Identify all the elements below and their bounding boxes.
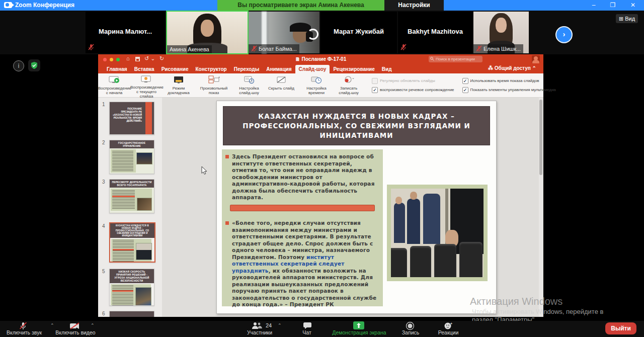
slide-thumbnail-6[interactable] xyxy=(109,311,154,317)
checkbox-icon xyxy=(372,78,378,84)
record-label: Запись xyxy=(393,329,428,335)
slide-thumbnail-1[interactable]: ПОСЛАНИЕ ПРЕЗИДЕНТА РК «КАЗАХСТАН В НОВО… xyxy=(109,102,154,135)
muted-mic-icon xyxy=(476,45,482,52)
participant-name-label: Амина Акенева xyxy=(167,45,212,53)
setup-slideshow-button[interactable]: Настройка слайд-шоу xyxy=(233,73,265,97)
participant-name: Болат Байма... xyxy=(259,46,297,52)
share-access-label: Общий доступ ⌃ xyxy=(495,65,536,71)
svg-text:+: + xyxy=(450,322,452,325)
windows-activation-watermark: Активация Windows xyxy=(470,296,562,307)
participant-name: Амина Акенева xyxy=(170,46,209,52)
ribbon-label: Скрыть слайд xyxy=(268,86,294,91)
participants-caret[interactable]: ⌃ xyxy=(278,323,282,328)
encryption-shield-icon[interactable] xyxy=(28,59,40,71)
participants-count: 24 xyxy=(266,322,272,328)
bullet2-text: «Более того, нередки случаи отсутствия в… xyxy=(232,220,373,260)
rehearse-timings-button[interactable]: Настройка времени xyxy=(300,73,333,97)
slide-number: 1 xyxy=(102,102,105,107)
play-from-current-icon xyxy=(140,75,152,84)
play-from-start-button[interactable]: Воспроизведение с начала xyxy=(98,73,130,97)
checkbox-icon: ✓ xyxy=(462,87,468,93)
logo-ring xyxy=(307,29,318,40)
muted-mic-icon xyxy=(400,44,407,51)
tab-glavnaya[interactable]: Главная xyxy=(103,65,131,73)
tab-vid[interactable]: Вид xyxy=(378,65,395,73)
ribbon-label: Произвольный показ xyxy=(200,86,228,95)
share-access-button[interactable]: ⁂ Общий доступ ⌃ xyxy=(488,65,536,71)
slide-number: 4 xyxy=(102,223,105,229)
tab-slideshow[interactable]: Слайд-шоу xyxy=(295,65,330,73)
slide-divider-bar xyxy=(230,205,375,211)
slide-thumbnail-4-selected[interactable]: КАЗАХСТАН НУЖДАЕТСЯ В НОВЫХ КАДРАХ - ПРО… xyxy=(109,222,155,263)
participant-name-label: Болат Байма... xyxy=(249,44,299,53)
muted-mic-icon xyxy=(88,44,94,51)
ppt-titlebar: ⌂ ↺ ⌄ ↻ 🗎 Послание Ф-17-01 xyxy=(98,54,543,64)
participant-tile-bolat[interactable]: Болат Байма... xyxy=(249,12,319,53)
slide-number: 6 xyxy=(102,311,105,316)
minimize-button[interactable]: – xyxy=(584,0,604,11)
checkbox-play-narration[interactable]: ✓воспроизвести речевое сопровождение xyxy=(372,87,454,93)
checkbox-use-timings[interactable]: ✓Использовать время показа слайдов xyxy=(462,78,556,84)
play-from-current-button[interactable]: Воспроизведение с текущего слайда xyxy=(130,73,163,97)
participant-name: Елена Шишк... xyxy=(484,46,521,52)
tab-vstavka[interactable]: Вставка xyxy=(131,65,158,73)
slide-number: 3 xyxy=(102,179,105,185)
tab-animatsiya[interactable]: Анимация xyxy=(263,65,295,73)
participant-tile-amina[interactable]: Амина Акенева xyxy=(166,11,249,54)
slide-bullet-2: «Более того, нередки случаи отсутствия в… xyxy=(232,220,379,308)
record-slideshow-button[interactable]: ⌄ Записать слайд-шоу xyxy=(333,73,365,97)
presenter-mode-button[interactable]: Режим докладчика xyxy=(163,73,195,97)
play-from-start-icon xyxy=(108,75,120,85)
view-layout-button[interactable]: ⊞ Вид xyxy=(616,14,638,23)
checkbox-auto-update-slides[interactable]: Регулярно обновлять слайды xyxy=(372,78,454,84)
slide-number: 5 xyxy=(102,269,105,274)
participant-tile-marina[interactable]: Марина Малют... xyxy=(86,12,165,53)
checkbox-show-media-controls[interactable]: ✓Показать элементы управления мультимеди… xyxy=(462,87,556,93)
thumb-title: ПОСЛАНИЕ ПРЕЗИДЕНТА РК «КАЗАХСТАН В НОВО… xyxy=(113,107,142,122)
muted-mic-icon xyxy=(251,45,257,52)
rehearse-timings-icon xyxy=(310,75,323,85)
window-title: Zoom Конференция xyxy=(15,2,74,9)
share-screen-icon[interactable] xyxy=(353,321,364,329)
slide-thumbnail-3[interactable]: ПЕРЕСМОТР ДЕЯТЕЛЬНОСТИ ВСЕГО ГОСАППАРАТА xyxy=(109,179,154,213)
audio-options-caret[interactable]: ⌃ xyxy=(50,323,54,328)
tab-retsenzirovanie[interactable]: Рецензирование xyxy=(330,65,378,73)
maximize-button[interactable]: ❐ xyxy=(603,0,623,11)
view-settings-button[interactable]: Настройки просмотра ⌄ xyxy=(384,0,444,11)
svg-text:⌄: ⌄ xyxy=(352,76,355,79)
tab-risovanie[interactable]: Рисование xyxy=(158,65,192,73)
participant-tile-marat[interactable]: Марат Жукибай xyxy=(320,12,397,53)
participant-name: Bakhyt Mazhitova xyxy=(398,28,472,35)
participant-tile-elena[interactable]: Елена Шишк... xyxy=(473,12,529,53)
headphones-icon xyxy=(290,23,311,32)
search-input[interactable] xyxy=(429,56,482,62)
ribbon-label: Записать слайд-шоу xyxy=(335,86,363,95)
video-options-caret[interactable]: ⌃ xyxy=(91,323,95,328)
svg-text:+: + xyxy=(218,75,220,78)
tab-konstruktor[interactable]: Конструктор xyxy=(192,65,230,73)
slide-thumbnail-2[interactable]: ГОСУДАРСТВЕННОЕ УПРАВЛЕНИЕ xyxy=(109,140,154,174)
window-titlebar: Zoom Конференция Вы просматриваете экран… xyxy=(0,0,644,11)
close-button[interactable]: ✕ xyxy=(623,0,643,11)
ppt-scrollbar[interactable] xyxy=(539,98,543,317)
hide-slide-button[interactable]: Скрыть слайд xyxy=(265,73,297,97)
custom-show-button[interactable]: + Произвольный показ xyxy=(198,73,230,97)
leave-button[interactable]: Выйти xyxy=(605,322,636,334)
ribbon-label: Воспроизведение с начала xyxy=(98,86,130,95)
checkbox-icon: ✓ xyxy=(372,87,378,93)
zoom-camera-icon xyxy=(4,2,12,8)
ribbon-label: Воспроизведение с текущего слайда xyxy=(130,85,163,99)
tab-perekhody[interactable]: Переходы xyxy=(230,65,263,73)
meeting-info-icon[interactable]: i xyxy=(13,60,24,71)
account-avatar[interactable] xyxy=(532,55,540,63)
participant-tile-bakhyt[interactable]: Bakhyt Mazhitova xyxy=(398,12,472,53)
slide-canvas: КАЗАХСТАН НУЖДАЕТСЯ В НОВЫХ КАДРАХ – ПРО… xyxy=(216,101,497,314)
slide-thumbnail-5[interactable]: НИЗКАЯ СКОРОСТЬ ПРИНЯТИЯ РЕШЕНИЙ - УГРОЗ… xyxy=(109,269,154,306)
participants-label: Участники xyxy=(236,329,283,335)
next-participants-button[interactable]: › xyxy=(555,26,573,43)
ribbon-checkbox-col1: Регулярно обновлять слайды ✓воспроизвест… xyxy=(368,73,458,97)
checkbox-label: Регулярно обновлять слайды xyxy=(380,78,435,83)
thumb-title: КАЗАХСТАН НУЖДАЕТСЯ В НОВЫХ КАДРАХ - ПРО… xyxy=(110,223,154,238)
participant-name-label: Елена Шишк... xyxy=(473,44,523,53)
chat-label: Чат xyxy=(292,329,322,335)
